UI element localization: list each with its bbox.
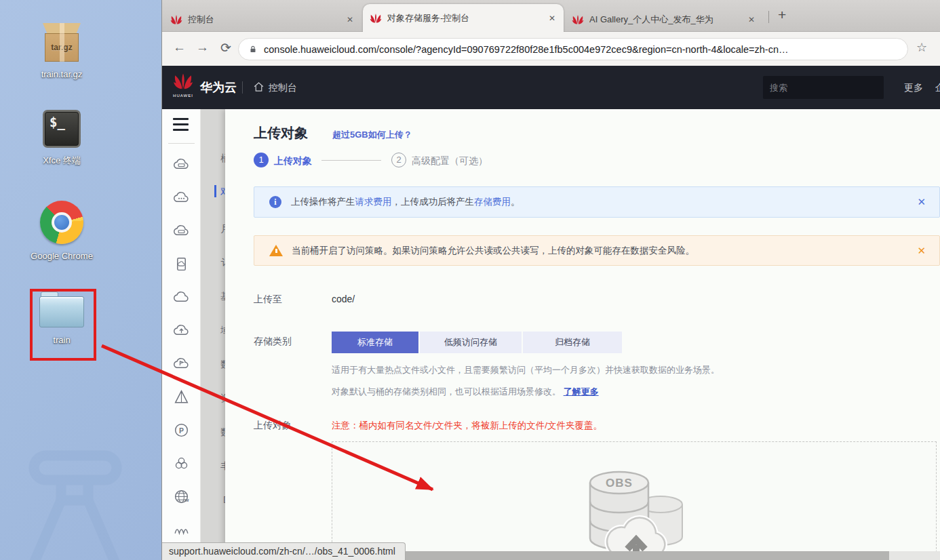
browser-toolbar: ← → ⟳ console.huaweicloud.com/console/?a… [162, 32, 940, 66]
upload-object-label: 上传对象 [254, 420, 292, 432]
desktop-icon-label: Google Chrome [18, 251, 106, 261]
info-text-part: ，上传成功后将产生 [392, 197, 475, 207]
tab-title: AI Gallery_个人中心_发布_华为 [589, 14, 741, 26]
wallpaper-flask-watermark [0, 446, 159, 560]
tab-close-icon[interactable]: ✕ [547, 12, 557, 24]
status-bar-link-preview: support.huaweicloud.com/zh-cn/…/obs_41_0… [162, 542, 406, 560]
terminal-icon: $_ [43, 110, 81, 148]
huawei-favicon [572, 14, 584, 25]
cloud-upload-icon[interactable] [173, 322, 190, 339]
cloud-server-icon[interactable] [173, 156, 190, 173]
warning-icon [269, 245, 283, 256]
reload-icon[interactable]: ⟳ [220, 40, 231, 56]
storage-desc-text: 对象默认与桶的存储类别相同，也可以根据适用场景修改。 [332, 386, 561, 397]
storage-option-archive[interactable]: 归档存储 [523, 332, 622, 353]
scrollbar-thumb[interactable] [380, 551, 889, 560]
tab-title: 控制台 [188, 14, 340, 26]
header-divider [242, 81, 243, 94]
step-1-label: 上传对象 [274, 155, 312, 167]
desktop-icon-google-chrome[interactable]: Google Chrome [18, 201, 106, 261]
partial-nav-label: 桶 [220, 153, 225, 165]
search-input[interactable] [768, 82, 890, 94]
archive-icon: tar.gz [41, 23, 83, 62]
storage-class-label: 存储类别 [254, 336, 292, 348]
upload-drop-zone[interactable]: OBS [332, 441, 937, 551]
back-icon[interactable]: ← [173, 40, 186, 55]
home-icon[interactable] [253, 81, 265, 93]
ip-circle-icon[interactable] [173, 422, 190, 439]
info-text-part: 上传操作将产生 [291, 197, 355, 207]
screen: tar.gz train.tar.gz $_ Xfce 终端 Google Ch… [0, 0, 940, 560]
desktop-icon-xfce-terminal[interactable]: $_ Xfce 终端 [18, 110, 106, 167]
warning-text: 当前桶开启了访问策略。如果访问策略允许公共读或公共读写，上传的对象可能存在数据安… [292, 245, 694, 257]
storage-fee-link[interactable]: 存储费用 [474, 197, 511, 207]
huawei-favicon [370, 13, 382, 24]
storage-card-icon[interactable] [173, 256, 190, 273]
storage-option-infrequent[interactable]: 低频访问存储 [420, 332, 522, 353]
header-search-box[interactable] [763, 76, 884, 99]
learn-more-link[interactable]: 了解更多 [564, 386, 599, 397]
globe-icon[interactable] [173, 488, 190, 505]
tab-ai-gallery[interactable]: AI Gallery_个人中心_发布_华为 ✕ [565, 7, 763, 32]
info-banner-close-icon[interactable]: ✕ [917, 196, 926, 208]
cluster-circles-icon[interactable] [173, 455, 190, 472]
storage-option-standard[interactable]: 标准存储 [332, 332, 418, 353]
desktop-icon-train-tar-gz[interactable]: tar.gz train.tar.gz [18, 23, 106, 79]
step-2-badge: 2 [391, 153, 406, 167]
upload-to-value: code/ [332, 294, 355, 304]
url-text[interactable]: console.huaweicloud.com/console/?agencyI… [264, 44, 788, 55]
waves-icon[interactable] [173, 521, 190, 538]
tab-console[interactable]: 控制台 ✕ [163, 7, 361, 32]
console-content: 桶 对 月 讠 基 域 数 资 数 丰 D 上传对象 超过5GB如何上传？ 1 … [162, 109, 940, 551]
cloud-storage-icon[interactable] [173, 222, 190, 239]
upload-object-dialog: 上传对象 超过5GB如何上传？ 1 上传对象 2 高级配置（可选） i 上传操作… [225, 109, 940, 551]
tab-close-icon[interactable]: ✕ [345, 14, 355, 26]
tab-separator [768, 11, 769, 23]
tab-bar: 控制台 ✕ 对象存储服务-控制台 ✕ AI Gallery_个人中心_发布_华为… [162, 0, 940, 32]
cloud-flag-icon[interactable] [173, 355, 190, 372]
brand-name: 华为云 [200, 79, 237, 96]
desktop-icon-label: train.tar.gz [18, 69, 106, 79]
tab-obs-console[interactable]: 对象存储服务-控制台 ✕ [363, 4, 564, 32]
desktop-icon-label: Xfce 终端 [18, 155, 106, 167]
obs-icon-sidebar [162, 109, 201, 551]
upload-to-label: 上传至 [254, 294, 282, 306]
partial-nav-label: 资 [220, 393, 225, 405]
info-text: 上传操作将产生请求费用，上传成功后将产生存储费用。 [291, 196, 520, 208]
header-partial-item: 企 [935, 82, 940, 94]
address-bar[interactable]: console.huaweicloud.com/console/?agencyI… [238, 38, 908, 60]
pyramid-icon[interactable] [173, 388, 190, 405]
step-2-label: 高级配置（可选） [412, 155, 488, 167]
cloud-icon[interactable] [173, 289, 190, 306]
new-tab-button[interactable]: + [778, 7, 786, 23]
over-5gb-help-link[interactable]: 超过5GB如何上传？ [332, 129, 412, 141]
tab-close-icon[interactable]: ✕ [747, 14, 756, 26]
cloud-ellipsis-icon[interactable] [173, 189, 190, 206]
partial-nav-label: 对 [220, 186, 225, 198]
huawei-logo[interactable]: HUAWEI [172, 73, 195, 98]
request-fee-link[interactable]: 请求费用 [355, 197, 392, 207]
obs-upload-illustration: OBS [585, 462, 686, 551]
bookmark-star-icon[interactable]: ☆ [916, 40, 927, 55]
console-nav-link[interactable]: 控制台 [269, 82, 297, 94]
hamburger-menu-icon[interactable] [173, 118, 189, 134]
info-icon: i [269, 196, 281, 208]
huawei-flower-icon [173, 73, 193, 90]
obs-label-text: OBS [606, 477, 633, 489]
forward-icon[interactable]: → [196, 40, 209, 55]
step-1-badge: 1 [254, 153, 269, 167]
dimmed-nav-strip: 桶 对 月 讠 基 域 数 资 数 丰 D [201, 109, 225, 551]
more-menu[interactable]: 更多 [904, 82, 923, 94]
desktop: tar.gz train.tar.gz $_ Xfce 终端 Google Ch… [0, 0, 161, 560]
overwrite-warning-note: 注意：桶内如有同名文件/文件夹，将被新上传的文件/文件夹覆盖。 [332, 420, 602, 432]
storage-desc-line2: 对象默认与桶的存储类别相同，也可以根据适用场景修改。 了解更多 [332, 386, 599, 398]
partial-nav-label: 域 [220, 325, 225, 337]
browser-window: 控制台 ✕ 对象存储服务-控制台 ✕ AI Gallery_个人中心_发布_华为… [161, 0, 940, 560]
partial-nav-label: 数 [220, 426, 225, 439]
dialog-title: 上传对象 [254, 124, 308, 142]
warning-banner-close-icon[interactable]: ✕ [917, 245, 926, 257]
step-connector [321, 160, 381, 161]
selected-nav-marker [214, 185, 216, 197]
info-banner: i 上传操作将产生请求费用，上传成功后将产生存储费用。 ✕ [254, 186, 940, 218]
storage-desc-line1: 适用于有大量热点文件或小文件，且需要频繁访问（平均一个月多次）并快速获取数据的业… [332, 364, 720, 376]
